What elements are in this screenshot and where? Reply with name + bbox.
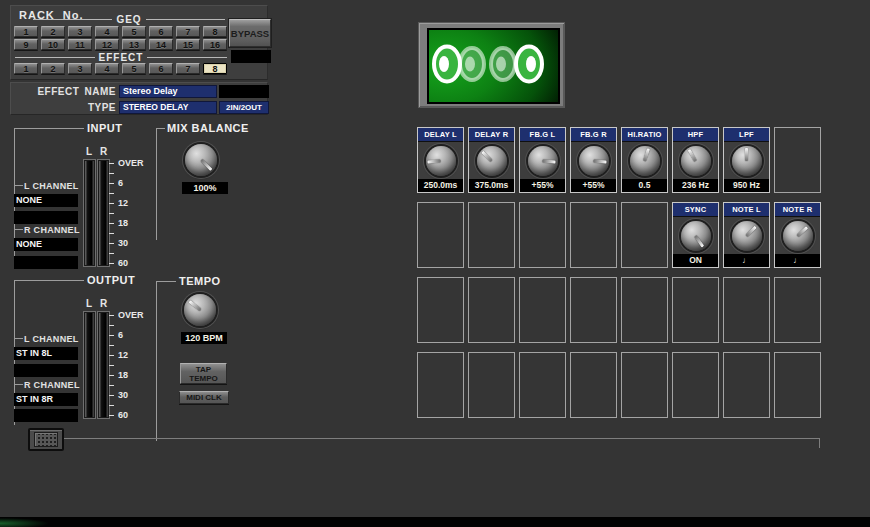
input-meter-r-label: R — [100, 146, 107, 157]
geq-button-16[interactable]: 16 — [203, 39, 227, 50]
output-r-channel-select[interactable]: ST IN 8R — [14, 393, 78, 406]
param-knob[interactable] — [732, 221, 762, 251]
mix-balance-knob[interactable] — [185, 144, 217, 176]
tempo-knob[interactable] — [184, 294, 216, 326]
param-knob[interactable] — [732, 146, 762, 176]
output-meter-bar-r — [98, 312, 109, 418]
param-knob[interactable] — [579, 146, 609, 176]
meter-tick — [109, 243, 114, 244]
geq-button-row-2: 910111213141516 — [14, 39, 227, 50]
effect-button-6[interactable]: 6 — [149, 63, 173, 74]
knob-pointer — [542, 159, 555, 163]
patch-grid-icon — [34, 432, 58, 447]
midi-clk-button[interactable]: MIDI CLK — [179, 391, 229, 404]
effect-divider: EFFECT — [15, 52, 227, 63]
geq-button-15[interactable]: 15 — [176, 39, 200, 50]
mix-balance-group-border — [156, 128, 165, 129]
output-l-channel-select[interactable]: ST IN 8L — [14, 347, 78, 360]
param-cell-delay-l: DELAY L250.0ms — [417, 127, 464, 193]
geq-button-7[interactable]: 7 — [176, 26, 200, 37]
geq-button-8[interactable]: 8 — [203, 26, 227, 37]
param-value: 375.0ms — [469, 179, 514, 192]
meter-tick — [109, 365, 114, 366]
param-knob[interactable] — [426, 146, 456, 176]
meter-scale-label: OVER — [118, 158, 144, 168]
param-knob[interactable] — [477, 146, 507, 176]
input-l-channel-select[interactable]: NONE — [14, 194, 78, 207]
effect-name-extra-field — [219, 85, 269, 98]
input-r-channel-select[interactable]: NONE — [14, 238, 78, 251]
knob-pointer — [796, 226, 808, 237]
param-cell-empty — [672, 277, 719, 343]
meter-scale-label: 18 — [118, 218, 128, 228]
geq-button-10[interactable]: 10 — [41, 39, 65, 50]
geq-divider: GEQ — [33, 14, 225, 25]
meter-tick — [109, 355, 114, 356]
geq-button-2[interactable]: 2 — [41, 26, 65, 37]
geq-button-4[interactable]: 4 — [95, 26, 119, 37]
knob-pointer — [481, 150, 492, 161]
param-value: ♩ — [724, 254, 769, 267]
rack-view-button[interactable] — [28, 428, 64, 451]
geq-button-9[interactable]: 9 — [14, 39, 38, 50]
meter-tick — [109, 345, 114, 346]
bottom-divider-corner — [819, 438, 820, 448]
geq-button-6[interactable]: 6 — [149, 26, 173, 37]
tap-tempo-line1: TAP — [196, 365, 211, 374]
param-cell-empty — [621, 202, 668, 268]
effect-name-label: EFFECT NAME — [29, 86, 116, 97]
rack-panel: RACK No. GEQ 12345678 910111213141516 EF… — [10, 5, 268, 80]
param-knob[interactable] — [783, 221, 813, 251]
stereo-delay-speakers-icon — [427, 28, 560, 104]
param-cell-empty — [570, 202, 617, 268]
input-meter-bar-r — [98, 160, 109, 266]
param-cell-empty — [570, 352, 617, 418]
geq-button-1[interactable]: 1 — [14, 26, 38, 37]
geq-button-14[interactable]: 14 — [149, 39, 173, 50]
meter-tick — [109, 193, 114, 194]
param-label: HI.RATIO — [622, 128, 667, 142]
geq-button-row-1: 12345678 — [14, 26, 227, 37]
geq-button-11[interactable]: 11 — [68, 39, 92, 50]
effect-button-4[interactable]: 4 — [95, 63, 119, 74]
geq-label: GEQ — [112, 14, 145, 25]
param-value: ON — [673, 254, 718, 267]
input-meters: L R OVER612183060 — [82, 146, 154, 272]
param-cell-empty — [621, 277, 668, 343]
effect-button-2[interactable]: 2 — [41, 63, 65, 74]
effect-button-8[interactable]: 8 — [203, 63, 227, 74]
input-r-channel-extra — [14, 256, 78, 269]
param-label: LPF — [724, 128, 769, 142]
effect-name-field[interactable]: Stereo Delay — [119, 85, 217, 98]
param-grid: DELAY L250.0msDELAY R375.0msFB.G L+55%FB… — [417, 127, 821, 420]
geq-button-13[interactable]: 13 — [122, 39, 146, 50]
bottom-bar — [0, 517, 870, 527]
input-r-channel-label: R CHANNEL — [24, 225, 80, 235]
effect-button-3[interactable]: 3 — [68, 63, 92, 74]
param-label: FB.G L — [520, 128, 565, 142]
param-knob[interactable] — [528, 146, 558, 176]
meter-tick — [109, 395, 114, 396]
param-value: 236 Hz — [673, 179, 718, 192]
param-knob[interactable] — [630, 146, 660, 176]
meter-tick — [109, 375, 114, 376]
tempo-value[interactable]: 120 BPM — [181, 332, 227, 344]
effect-button-1[interactable]: 1 — [14, 63, 38, 74]
mix-balance-value[interactable]: 100% — [182, 182, 228, 194]
meter-tick — [109, 173, 114, 174]
effect-button-7[interactable]: 7 — [176, 63, 200, 74]
geq-button-12[interactable]: 12 — [95, 39, 119, 50]
geq-button-3[interactable]: 3 — [68, 26, 92, 37]
knob-pointer — [745, 148, 748, 161]
param-knob[interactable] — [681, 146, 711, 176]
bypass-button[interactable]: BYPASS — [229, 19, 271, 47]
effect-button-5[interactable]: 5 — [122, 63, 146, 74]
knob-pointer — [188, 300, 201, 311]
param-cell-note-r: NOTE R♩ — [774, 202, 821, 268]
tempo-group-border — [156, 281, 176, 282]
param-knob[interactable] — [681, 221, 711, 251]
meter-tick — [109, 203, 114, 204]
geq-button-5[interactable]: 5 — [122, 26, 146, 37]
meter-tick — [109, 213, 114, 214]
tap-tempo-button[interactable]: TAP TEMPO — [180, 363, 227, 384]
